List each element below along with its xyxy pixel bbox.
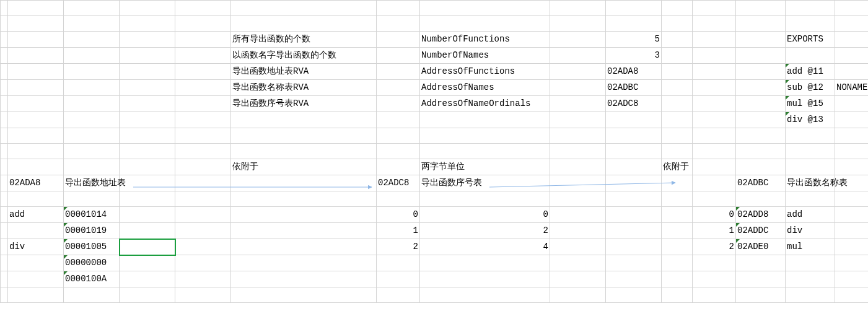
dir-field[interactable]: AddressOfFunctions [420, 64, 550, 80]
dir-desc[interactable]: 所有导出函数的个数 [231, 32, 377, 48]
func-name[interactable] [8, 271, 64, 287]
exports-item[interactable]: mul @15 [786, 96, 835, 112]
two-byte-label[interactable]: 两字节单位 [420, 159, 550, 175]
dir-field[interactable]: NumberOfFunctions [420, 32, 550, 48]
func-name[interactable] [8, 223, 64, 239]
ord-val[interactable]: 0 [420, 207, 550, 223]
dir-field[interactable]: NumberOfNames [420, 48, 550, 64]
dir-val[interactable]: 3 [606, 48, 662, 64]
dir-desc[interactable]: 导出函数序号表RVA [231, 96, 377, 112]
name-idx[interactable]: 2 [693, 239, 736, 255]
ord-idx[interactable]: 0 [377, 207, 420, 223]
addr-right-key[interactable]: 02ADBC [736, 175, 786, 191]
exports-item[interactable]: add @11 [786, 64, 835, 80]
func-rva[interactable]: 0000100A [64, 271, 120, 287]
name-idx[interactable]: 0 [693, 207, 736, 223]
dir-field[interactable]: AddressOfNameOrdinals [420, 96, 550, 112]
dir-val[interactable]: 02ADBC [606, 80, 662, 96]
ord-val[interactable]: 4 [420, 239, 550, 255]
name-idx[interactable]: 1 [693, 223, 736, 239]
depends-label-left[interactable]: 依附于 [231, 159, 377, 175]
addr-mid-key[interactable]: 02ADC8 [377, 175, 420, 191]
dir-field[interactable]: AddressOfNames [420, 80, 550, 96]
name-name[interactable]: mul [786, 239, 835, 255]
dir-desc[interactable]: 导出函数地址表RVA [231, 64, 377, 80]
func-rva[interactable]: 00001014 [64, 207, 120, 223]
name-name[interactable]: div [786, 223, 835, 239]
func-name[interactable]: add [8, 207, 64, 223]
exports-item[interactable]: sub @12 [786, 80, 835, 96]
func-rva[interactable]: 00001019 [64, 223, 120, 239]
func-name[interactable]: div [8, 239, 64, 255]
dir-val[interactable]: 02ADC8 [606, 96, 662, 112]
name-addr[interactable]: 02ADDC [736, 223, 786, 239]
depends-label-right[interactable]: 依附于 [662, 159, 693, 175]
addr-right-name[interactable]: 导出函数名称表 [786, 175, 835, 191]
func-rva[interactable]: 00001005 [64, 239, 120, 255]
name-addr[interactable]: 02ADD8 [736, 207, 786, 223]
spreadsheet-area: 所有导出函数的个数 NumberOfFunctions 5 EXPORTS 以函… [0, 0, 868, 311]
name-name[interactable]: add [786, 207, 835, 223]
spreadsheet-grid[interactable]: 所有导出函数的个数 NumberOfFunctions 5 EXPORTS 以函… [0, 0, 868, 303]
dir-val[interactable]: 5 [606, 32, 662, 48]
dir-desc[interactable]: 以函数名字导出函数的个数 [231, 48, 377, 64]
ord-idx[interactable]: 1 [377, 223, 420, 239]
ord-idx[interactable]: 2 [377, 239, 420, 255]
addr-left-name[interactable]: 导出函数地址表 [64, 175, 120, 191]
name-addr[interactable]: 02ADE0 [736, 239, 786, 255]
addr-mid-name[interactable]: 导出函数序号表 [420, 175, 550, 191]
ord-val[interactable]: 2 [420, 223, 550, 239]
func-name[interactable] [8, 255, 64, 271]
addr-left-key[interactable]: 02ADA8 [8, 175, 64, 191]
exports-item-extra[interactable]: NONAME [835, 80, 869, 96]
func-rva[interactable]: 00000000 [64, 255, 120, 271]
exports-title[interactable]: EXPORTS [786, 32, 835, 48]
dir-desc[interactable]: 导出函数名称表RVA [231, 80, 377, 96]
active-cell[interactable] [120, 239, 175, 255]
dir-val[interactable]: 02ADA8 [606, 64, 662, 80]
exports-item[interactable]: div @13 [786, 112, 835, 128]
